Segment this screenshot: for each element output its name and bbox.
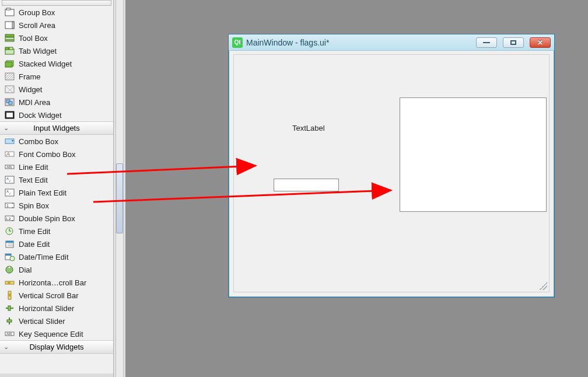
- resize-grip-icon[interactable]: [539, 282, 547, 290]
- vscrollbar-icon: [5, 291, 15, 300]
- widget-icon: [5, 85, 15, 94]
- widget-item-tab-widget[interactable]: Tab Widget: [0, 44, 113, 57]
- category-input-widgets[interactable]: ⌄ Input Widgets: [0, 121, 113, 135]
- widget-item-dock-widget[interactable]: Dock Widget: [0, 109, 113, 121]
- widget-item-label: Dock Widget: [19, 111, 62, 120]
- svg-text:1.2: 1.2: [6, 217, 11, 221]
- textedit-icon: AI: [5, 175, 15, 184]
- qlabel-widget[interactable]: TextLabel: [292, 124, 325, 132]
- designer-canvas[interactable]: Qt MainWindow - flags.ui* ✕ TextLabel: [125, 0, 588, 377]
- svg-point-43: [9, 267, 10, 268]
- svg-rect-16: [9, 102, 12, 104]
- svg-rect-36: [6, 241, 13, 243]
- widget-item-time-edit[interactable]: Time Edit: [0, 225, 113, 238]
- widget-item-label: Plain Text Edit: [19, 188, 66, 197]
- widget-item-label: Group Box: [19, 8, 55, 17]
- svg-text:AB|: AB|: [6, 332, 12, 336]
- category-display-widgets[interactable]: ⌄ Display Widgets: [0, 340, 113, 354]
- widget-item-widget[interactable]: Widget: [0, 83, 113, 96]
- maximize-button[interactable]: [503, 37, 524, 48]
- svg-rect-18: [6, 113, 13, 117]
- svg-rect-0: [5, 9, 14, 16]
- svg-rect-11: [5, 62, 12, 67]
- datetimeedit-icon: [5, 252, 15, 261]
- qlineedit-widget[interactable]: [274, 179, 339, 191]
- widget-box-scrollbar-up[interactable]: [2, 0, 111, 6]
- widget-item-date-edit[interactable]: Date Edit: [0, 238, 113, 250]
- minimize-button[interactable]: [476, 37, 497, 48]
- widget-item-label: Vertical Slider: [19, 317, 65, 326]
- widget-item-vertical-scroll-bar[interactable]: Vertical Scroll Bar: [0, 289, 113, 302]
- widget-item-stacked-widget[interactable]: Stacked Widget: [0, 57, 113, 70]
- widget-item-group-box[interactable]: Group Box: [0, 6, 113, 19]
- widget-item-key-sequence-edit[interactable]: AB| Key Sequence Edit: [0, 327, 113, 340]
- hscrollbar-icon: [5, 278, 15, 287]
- close-button[interactable]: ✕: [530, 37, 551, 48]
- widget-item-label: Stacked Widget: [19, 60, 72, 68]
- widget-box-scrollbar[interactable]: [114, 0, 125, 377]
- widget-item-text-edit[interactable]: AI Text Edit: [0, 173, 113, 186]
- category-label: Display Widgets: [29, 343, 83, 351]
- svg-rect-49: [8, 306, 10, 310]
- chevron-down-icon: ⌄: [4, 343, 9, 351]
- widget-item-double-spin-box[interactable]: 1.2 Double Spin Box: [0, 212, 113, 225]
- widget-item-horizontal-slider[interactable]: Horizontal Slider: [0, 302, 113, 315]
- svg-rect-4: [5, 34, 14, 37]
- svg-rect-47: [8, 294, 11, 296]
- plaintextedit-icon: AI: [5, 188, 15, 197]
- groupbox-icon: [5, 8, 15, 17]
- widget-item-label: Frame: [19, 72, 41, 81]
- widget-item-spin-box[interactable]: 1 Spin Box: [0, 199, 113, 212]
- svg-rect-1: [6, 8, 10, 10]
- dateedit-icon: [5, 239, 15, 249]
- svg-rect-6: [5, 40, 14, 41]
- widget-item-label: Horizonta…croll Bar: [19, 278, 86, 287]
- scrollarea-icon: [5, 20, 15, 30]
- svg-rect-3: [12, 22, 14, 29]
- widget-item-font-combo-box[interactable]: A Font Combo Box: [0, 148, 113, 160]
- combobox-icon: [5, 137, 15, 146]
- dial-icon: [5, 265, 15, 274]
- widget-item-scroll-area[interactable]: Scroll Area: [0, 19, 113, 32]
- widget-item-label: Scroll Area: [19, 21, 55, 30]
- widget-item-label: Tool Box: [19, 34, 48, 43]
- widget-item-label: Time Edit: [19, 227, 50, 236]
- widget-item-datetime-edit[interactable]: Date/Time Edit: [0, 250, 113, 263]
- svg-rect-9: [9, 47, 13, 50]
- svg-rect-8: [5, 47, 9, 50]
- timeedit-icon: [5, 226, 15, 236]
- widget-item-mdi-area[interactable]: MDI Area: [0, 96, 113, 109]
- doublespinbox-icon: 1.2: [5, 214, 15, 223]
- widget-item-label: Horizontal Slider: [19, 304, 74, 313]
- widget-item-label: Widget: [19, 85, 42, 94]
- toolbox-icon: [5, 33, 15, 43]
- preview-window[interactable]: Qt MainWindow - flags.ui* ✕ TextLabel: [228, 34, 555, 298]
- form-design-area[interactable]: TextLabel: [233, 54, 550, 292]
- widget-item-line-edit[interactable]: AB| Line Edit: [0, 160, 113, 173]
- stackedwidget-icon: [5, 59, 15, 68]
- widget-box-panel: Group Box Scroll Area Tool Box Tab Widge…: [0, 0, 114, 377]
- widget-item-combo-box[interactable]: Combo Box: [0, 135, 113, 148]
- svg-rect-12: [5, 73, 14, 80]
- widget-item-frame[interactable]: Frame: [0, 70, 113, 83]
- svg-text:A: A: [6, 151, 10, 157]
- widget-item-tool-box[interactable]: Tool Box: [0, 32, 113, 44]
- svg-rect-45: [8, 281, 10, 284]
- widget-item-label: Line Edit: [19, 163, 48, 172]
- widget-item-label: Text Edit: [19, 176, 48, 184]
- spinbox-icon: 1: [5, 201, 15, 210]
- preview-titlebar[interactable]: Qt MainWindow - flags.ui* ✕: [229, 34, 554, 51]
- widget-item-dial[interactable]: Dial: [0, 263, 113, 276]
- qtextedit-widget[interactable]: [400, 97, 547, 212]
- widget-item-horizontal-scroll-bar[interactable]: Horizonta…croll Bar: [0, 276, 113, 289]
- widget-item-label: Date/Time Edit: [19, 253, 69, 261]
- dockwidget-icon: [5, 110, 15, 120]
- widget-item-vertical-slider[interactable]: Vertical Slider: [0, 315, 113, 327]
- widget-item-label: Double Spin Box: [19, 214, 75, 223]
- scrollbar-thumb[interactable]: [116, 163, 123, 233]
- widget-item-plain-text-edit[interactable]: AI Plain Text Edit: [0, 186, 113, 199]
- fontcombobox-icon: A: [5, 149, 15, 159]
- hslider-icon: [5, 303, 15, 313]
- keyseq-icon: AB|: [5, 329, 15, 338]
- chevron-down-icon: ⌄: [4, 124, 9, 132]
